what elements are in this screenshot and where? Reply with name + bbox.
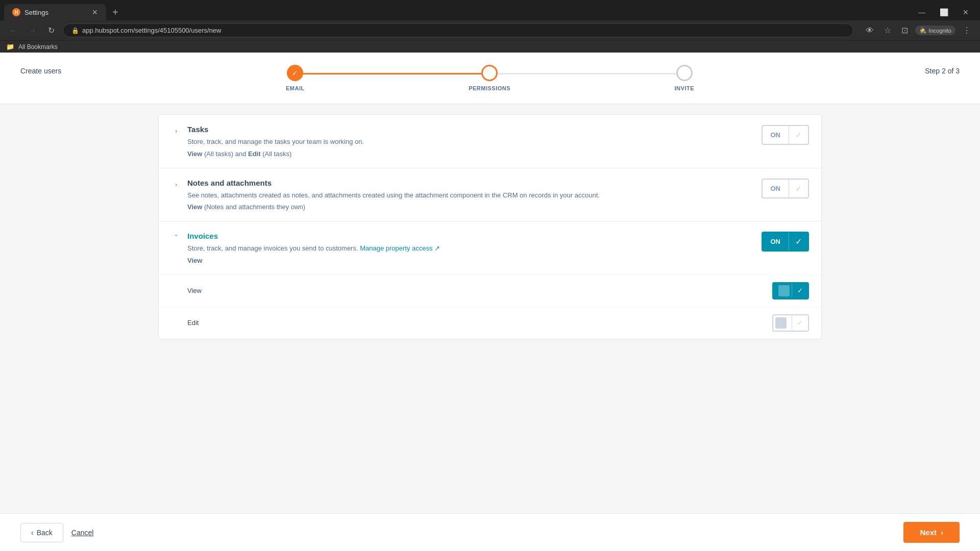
next-button[interactable]: Next › (903, 522, 960, 543)
steps-wrapper: ✓ EMAIL PERMISSIONS INVITE (286, 65, 694, 91)
bookmarks-bar: 📁 All Bookmarks (0, 40, 980, 53)
tab-bar: H Settings ✕ + — ⬜ ✕ (0, 0, 980, 20)
incognito-badge: 🕵 Incognito (915, 26, 955, 35)
back-label: Back (37, 529, 53, 537)
refresh-button[interactable]: ↻ (45, 23, 58, 37)
tasks-toggle-btn[interactable]: ON ✓ (762, 125, 810, 145)
step-email: ✓ EMAIL (286, 65, 305, 91)
invoices-view-switch (773, 283, 792, 298)
tab-title: Settings (24, 9, 48, 16)
next-icon: › (941, 528, 943, 537)
maximize-button[interactable]: ⬜ (933, 5, 955, 19)
notes-header: › Notes and attachments See notes, attac… (159, 168, 821, 221)
tasks-perms: View (All tasks) and Edit (All tasks) (187, 150, 755, 158)
bookmarks-folder-icon: 📁 (6, 43, 14, 51)
url-text: app.hubspot.com/settings/45105500/users/… (82, 27, 221, 34)
invoices-view-label: View (187, 287, 772, 294)
step-permissions-label: PERMISSIONS (469, 85, 510, 91)
address-bar: ← → ↻ 🔒 app.hubspot.com/settings/4510550… (0, 20, 980, 40)
progress-track: ✓ EMAIL PERMISSIONS INVITE (0, 65, 980, 104)
invoices-toggle-check: ✓ (789, 233, 808, 251)
invoices-edit-row: Edit ✓ (159, 307, 821, 339)
menu-button[interactable]: ⋮ (960, 23, 974, 37)
invoices-view-check: ✓ (792, 284, 808, 297)
notes-perms: View (Notes and attachments they own) (187, 203, 755, 211)
eye-off-icon[interactable]: 👁 (863, 24, 877, 37)
notes-toggle-check: ✓ (789, 180, 808, 197)
notes-toggle-label: ON (763, 181, 789, 196)
invoices-edit-slider (775, 317, 787, 329)
back-icon: ‹ (31, 529, 34, 537)
notes-toggle-btn[interactable]: ON ✓ (762, 179, 810, 198)
content-card: › Tasks Store, track, and manage the tas… (158, 114, 822, 339)
back-nav-button[interactable]: ← (6, 24, 20, 37)
tab-close-button[interactable]: ✕ (92, 8, 98, 16)
manage-property-link[interactable]: Manage property access ↗ (360, 244, 440, 252)
star-icon[interactable]: ☆ (881, 23, 894, 37)
tablet-icon[interactable]: ⊡ (898, 23, 911, 37)
browser-chrome: H Settings ✕ + — ⬜ ✕ ← → ↻ 🔒 app.hubspot… (0, 0, 980, 53)
invoices-edit-check: ✓ (792, 316, 808, 330)
invoices-header: ˅ Invoices Store, track, and manage invo… (159, 221, 821, 274)
step-invite-circle (676, 65, 693, 81)
notes-toggle[interactable]: ON ✓ (762, 179, 810, 198)
invoices-chevron[interactable]: ˅ (171, 233, 181, 243)
tasks-content: Tasks Store, track, and manage the tasks… (187, 125, 755, 158)
step-invite: INVITE (675, 65, 694, 91)
invoices-toggle-btn[interactable]: ON ✓ (762, 232, 810, 252)
tasks-toggle-check: ✓ (789, 126, 808, 144)
footer: ‹ Back Cancel Next › (0, 513, 980, 551)
notes-content: Notes and attachments See notes, attachm… (187, 179, 755, 211)
next-label: Next (920, 528, 937, 537)
tasks-chevron[interactable]: › (171, 126, 181, 136)
step-invite-label: INVITE (675, 85, 694, 91)
forward-nav-button[interactable]: → (26, 24, 40, 37)
tasks-toggle[interactable]: ON ✓ (762, 125, 810, 145)
new-tab-button[interactable]: + (108, 5, 122, 20)
notes-section: › Notes and attachments See notes, attac… (159, 168, 821, 222)
browser-tab[interactable]: H Settings ✕ (4, 4, 106, 20)
hubspot-favicon: H (12, 8, 20, 16)
invoices-title: Invoices (187, 232, 755, 240)
close-button[interactable]: ✕ (955, 5, 976, 19)
invoices-edit-label: Edit (187, 319, 772, 327)
invoices-toggle-label: ON (763, 234, 789, 249)
incognito-icon: 🕵 (919, 27, 926, 34)
invoices-description: Store, track, and manage invoices you se… (187, 243, 755, 254)
window-controls: — ⬜ ✕ (911, 5, 976, 19)
minimize-button[interactable]: — (911, 5, 933, 19)
bookmarks-label: All Bookmarks (18, 43, 58, 51)
step-permissions-circle (481, 65, 498, 81)
back-button[interactable]: ‹ Back (20, 523, 63, 542)
progress-area: Create users Step 2 of 3 ✓ EMAIL PERMISS… (0, 53, 980, 104)
invoices-perms: View (187, 257, 755, 264)
invoices-content: Invoices Store, track, and manage invoic… (187, 232, 755, 264)
cancel-button[interactable]: Cancel (71, 529, 94, 537)
tasks-header: › Tasks Store, track, and manage the tas… (159, 115, 821, 168)
invoices-view-row: View ✓ (159, 274, 821, 307)
invoices-view-slider (778, 285, 790, 296)
incognito-label: Incognito (928, 28, 951, 34)
invoices-toggle[interactable]: ON ✓ (762, 232, 810, 252)
notes-description: See notes, attachments created as notes,… (187, 190, 755, 201)
invoices-view-toggle[interactable]: ✓ (772, 282, 809, 299)
invoices-section: ˅ Invoices Store, track, and manage invo… (159, 221, 821, 339)
app-container: Create users Step 2 of 3 ✓ EMAIL PERMISS… (0, 53, 980, 551)
browser-actions: 👁 ☆ ⊡ 🕵 Incognito ⋮ (863, 23, 974, 37)
tasks-description: Store, track, and manage the tasks your … (187, 137, 755, 147)
invoices-edit-switch (773, 315, 792, 331)
step-email-circle: ✓ (287, 65, 303, 81)
tasks-title: Tasks (187, 125, 755, 134)
tasks-section: › Tasks Store, track, and manage the tas… (159, 115, 821, 168)
url-bar[interactable]: 🔒 app.hubspot.com/settings/45105500/user… (63, 23, 853, 37)
main-content: › Tasks Store, track, and manage the tas… (0, 104, 980, 513)
notes-chevron[interactable]: › (171, 180, 181, 190)
tasks-toggle-label: ON (763, 127, 789, 143)
step-email-label: EMAIL (286, 85, 305, 91)
invoices-edit-toggle[interactable]: ✓ (772, 314, 809, 332)
step-permissions: PERMISSIONS (469, 65, 510, 91)
notes-title: Notes and attachments (187, 179, 755, 187)
